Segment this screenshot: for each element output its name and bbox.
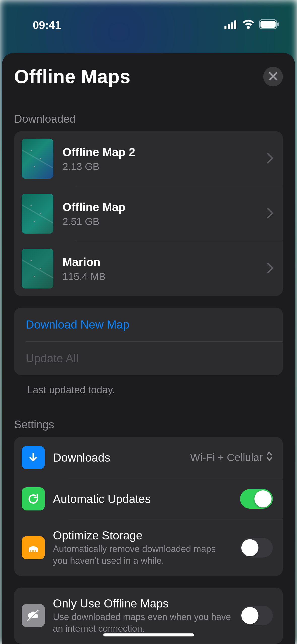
offline-maps-sheet: Offline Maps Downloaded Offline Map 2 2.… <box>2 53 295 644</box>
downloads-value-text: Wi-Fi + Cellular <box>190 452 263 464</box>
map-name: Offline Map <box>62 200 258 214</box>
map-row-offline-map-2[interactable]: Offline Map 2 2.13 GB <box>14 131 283 186</box>
map-thumbnail <box>22 249 53 288</box>
svg-rect-5 <box>260 21 276 28</box>
optimize-storage-toggle[interactable] <box>240 538 273 558</box>
close-button[interactable] <box>263 67 283 86</box>
status-bar: 09:41 <box>0 0 297 38</box>
downloaded-maps-list: Offline Map 2 2.13 GB Offline Map 2.51 G… <box>14 131 283 296</box>
downloaded-section-label: Downloaded <box>2 103 295 131</box>
setting-label: Optimize Storage <box>53 529 232 542</box>
offline-cloud-icon <box>22 604 45 627</box>
map-size: 115.4 MB <box>62 271 258 282</box>
download-actions: Download New Map Update All <box>14 308 283 375</box>
update-all-button[interactable]: Update All <box>14 341 283 375</box>
map-row-offline-map[interactable]: Offline Map 2.51 GB <box>14 186 283 241</box>
setting-label: Downloads <box>53 451 182 464</box>
page-title: Offline Maps <box>14 66 130 87</box>
home-indicator[interactable] <box>103 633 194 636</box>
last-updated-note: Last updated today. <box>2 375 295 396</box>
svg-rect-1 <box>228 24 230 29</box>
wifi-icon <box>242 19 255 31</box>
settings-section-label: Settings <box>2 396 295 437</box>
download-new-map-button[interactable]: Download New Map <box>14 308 283 341</box>
storage-icon <box>22 536 45 559</box>
svg-rect-3 <box>234 20 236 29</box>
automatic-updates-toggle[interactable] <box>240 489 273 509</box>
svg-rect-2 <box>231 22 233 29</box>
map-row-marion[interactable]: Marion 115.4 MB <box>14 241 283 296</box>
status-time: 09:41 <box>33 19 61 31</box>
map-thumbnail <box>22 194 53 234</box>
battery-icon <box>259 19 279 31</box>
setting-downloads[interactable]: Downloads Wi-Fi + Cellular <box>14 437 283 478</box>
svg-rect-6 <box>277 22 279 26</box>
map-name: Marion <box>62 255 258 269</box>
chevron-right-icon <box>267 208 274 220</box>
chevron-right-icon <box>267 263 274 275</box>
close-icon <box>268 71 278 82</box>
map-name: Offline Map 2 <box>62 145 258 159</box>
chevron-right-icon <box>267 153 274 165</box>
settings-group-1: Downloads Wi-Fi + Cellular Automatic Upd… <box>14 437 283 576</box>
map-size: 2.51 GB <box>62 216 258 227</box>
map-thumbnail <box>22 139 53 179</box>
setting-description: Use downloaded maps even when you have a… <box>53 611 232 635</box>
setting-label: Automatic Updates <box>53 492 232 506</box>
setting-label: Only Use Offline Maps <box>53 597 232 610</box>
download-icon <box>22 446 45 469</box>
svg-rect-0 <box>224 26 226 29</box>
setting-optimize-storage[interactable]: Optimize Storage Automatically remove do… <box>14 520 283 576</box>
map-size: 2.13 GB <box>62 161 258 172</box>
setting-automatic-updates[interactable]: Automatic Updates <box>14 478 283 520</box>
setting-description: Automatically remove downloaded maps you… <box>53 543 232 567</box>
only-offline-toggle[interactable] <box>240 606 273 625</box>
refresh-icon <box>22 487 45 510</box>
cellular-icon <box>224 19 238 31</box>
up-down-chevron-icon <box>266 451 273 464</box>
setting-value: Wi-Fi + Cellular <box>190 451 273 464</box>
